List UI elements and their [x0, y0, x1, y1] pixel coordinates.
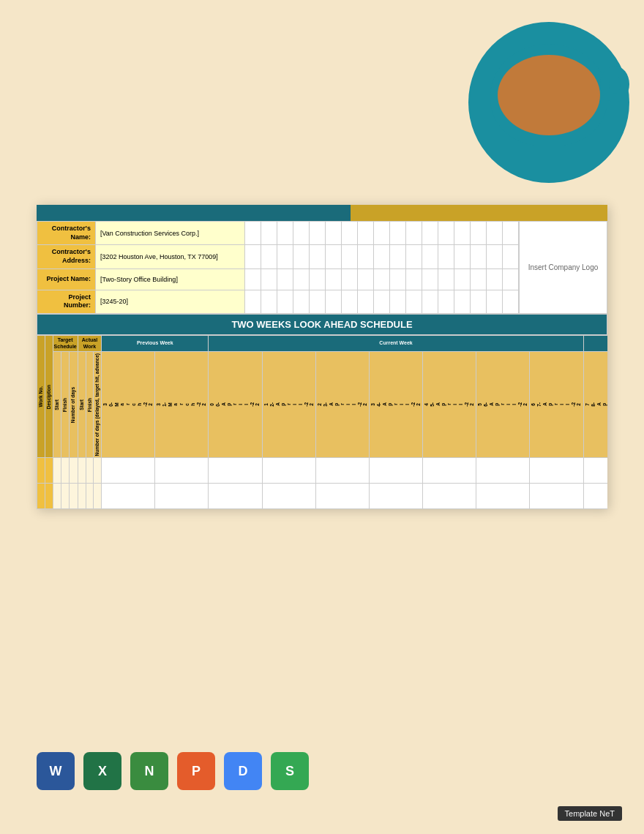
excel-icon[interactable]: X: [83, 752, 121, 790]
num-days-actual-cell[interactable]: [94, 458, 102, 484]
grid-cell: [503, 269, 519, 290]
info-left: Contractor's Name: [Van Construction Ser…: [37, 222, 519, 313]
grid-cell: [422, 269, 438, 290]
work-no-cell[interactable]: [37, 458, 45, 484]
grid-cell: [454, 269, 471, 290]
grid-cell: [406, 290, 422, 313]
date-data-8[interactable]: [530, 458, 583, 484]
grid-cell: [438, 269, 454, 290]
date-col-1: 31-March-22: [155, 351, 209, 458]
date-data-6[interactable]: [423, 458, 476, 484]
grid-cell: [342, 245, 358, 268]
grid-cell: [406, 269, 422, 290]
num-days-target-header: Number of days: [70, 351, 78, 458]
grid-cell: [406, 222, 422, 244]
project-number-row: Project Number: [3245-20]: [37, 290, 519, 313]
contractor-name-value[interactable]: [Van Construction Services Corp.]: [96, 222, 245, 244]
schedule-title: TWO WEEKS LOOK AHEAD SCHEDULE: [37, 314, 607, 335]
date-data-4[interactable]: [315, 458, 369, 484]
num-days-target-cell[interactable]: [70, 458, 78, 484]
description-cell[interactable]: [45, 458, 53, 484]
grid-cell: [406, 245, 422, 268]
grid-cell: [342, 269, 358, 290]
contractor-name-grid: [245, 222, 519, 244]
grid-cell: [293, 222, 310, 244]
pages-icon-letter: P: [192, 764, 201, 779]
numbers-icon[interactable]: N: [130, 752, 168, 790]
grid-cell: [487, 269, 503, 290]
top-bar: [37, 205, 607, 221]
grid-cell: [277, 245, 293, 268]
date-data-9[interactable]: [583, 458, 607, 484]
date-col-5: 34-April-22: [369, 351, 422, 458]
grid-cell: [374, 222, 390, 244]
date-data-5[interactable]: [369, 458, 422, 484]
finish-actual-header: Finish: [86, 351, 94, 458]
grid-cell: [374, 290, 390, 313]
excel-icon-letter: X: [98, 764, 107, 779]
grid-cell: [454, 222, 471, 244]
start-actual-cell[interactable]: [78, 458, 86, 484]
finish-target-cell[interactable]: [61, 458, 69, 484]
project-name-value[interactable]: [Two-Story Office Building]: [96, 269, 245, 290]
date-col-6: 45-April-22: [423, 351, 476, 458]
word-icon-letter: W: [50, 764, 62, 779]
grid-cell: [390, 290, 406, 313]
docs-icon[interactable]: D: [224, 752, 262, 790]
grid-cell: [454, 290, 471, 313]
pages-icon[interactable]: P: [177, 752, 215, 790]
coffee-liquid: [498, 55, 600, 135]
grid-cell: [374, 245, 390, 268]
project-number-label: Project Number:: [37, 290, 96, 313]
company-logo-placeholder: Insert Company Logo: [519, 222, 607, 313]
coffee-handle: [600, 66, 629, 102]
word-icon[interactable]: W: [37, 752, 75, 790]
grid-cell: [438, 222, 454, 244]
grid-cell: [342, 222, 358, 244]
grid-cell: [261, 222, 277, 244]
num-days-actual-header: Number of days (delayed, target hit, adv…: [94, 351, 102, 458]
date-data-0[interactable]: [102, 458, 155, 484]
grid-cell: [487, 290, 503, 313]
contractor-name-row: Contractor's Name: [Van Construction Ser…: [37, 222, 519, 245]
contractor-address-value[interactable]: [3202 Houston Ave, Houston, TX 77009]: [96, 245, 245, 268]
date-col-8: 67-April-22: [530, 351, 583, 458]
project-name-label: Project Name:: [37, 269, 96, 290]
schedule-table-container: Work No. Desciption Target Schedule Actu…: [37, 335, 607, 509]
project-number-grid: [245, 290, 519, 313]
grid-cell: [503, 222, 519, 244]
actual-work-header: Actual Work: [78, 336, 101, 352]
sheets-icon[interactable]: S: [271, 752, 309, 790]
finish-actual-cell[interactable]: [86, 458, 94, 484]
date-data-3[interactable]: [262, 458, 315, 484]
date-col-4: 23-April-22: [315, 351, 369, 458]
grid-cell: [390, 222, 406, 244]
table-row: [37, 484, 608, 509]
grid-cell: [245, 222, 261, 244]
grid-cell: [471, 245, 487, 268]
grid-cell: [293, 290, 310, 313]
grid-cell: [487, 222, 503, 244]
date-data-7[interactable]: [476, 458, 530, 484]
project-name-row: Project Name: [Two-Story Office Building…: [37, 269, 519, 290]
grid-cell: [245, 290, 261, 313]
grid-cell: [310, 290, 326, 313]
grid-cell: [454, 245, 471, 268]
date-data-1[interactable]: [155, 458, 209, 484]
work-no-header: Work No.: [37, 336, 45, 458]
grid-cell: [326, 290, 342, 313]
previous-week-header: Previous Week: [102, 336, 209, 352]
grid-cell: [471, 222, 487, 244]
grid-cell: [310, 245, 326, 268]
contractor-name-label: Contractor's Name:: [37, 222, 96, 244]
grid-cell: [277, 269, 293, 290]
grid-cell: [471, 290, 487, 313]
date-col-9: 78-April-22: [583, 351, 607, 458]
contractor-address-row: Contractor's Address: [3202 Houston Ave,…: [37, 245, 519, 268]
start-target-cell[interactable]: [53, 458, 61, 484]
grid-cell: [438, 290, 454, 313]
grid-cell: [261, 290, 277, 313]
date-data-2[interactable]: [209, 458, 262, 484]
grid-cell: [245, 245, 261, 268]
project-number-value[interactable]: [3245-20]: [96, 290, 245, 313]
